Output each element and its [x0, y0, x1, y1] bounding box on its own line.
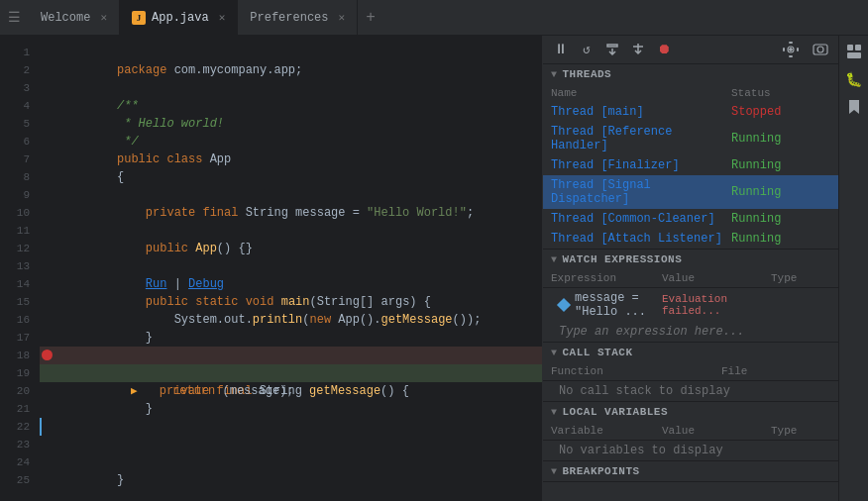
panel-layout-button[interactable]	[842, 40, 866, 63]
java-file-icon: J	[132, 11, 146, 25]
thread-row-cleaner[interactable]: Thread [Common-Cleaner] Running	[543, 209, 838, 229]
line-num-1: 1	[0, 44, 30, 61]
line-num-11: 11	[0, 222, 30, 240]
locals-col-type: Type	[771, 425, 830, 437]
line-num-10: 10	[0, 204, 30, 222]
resume-button[interactable]: ↺	[577, 40, 597, 59]
tab-preferences[interactable]: Preferences ✕	[238, 0, 358, 35]
svg-point-8	[817, 47, 823, 52]
code-line-7: {	[40, 150, 542, 168]
threads-col-name: Name	[551, 87, 731, 99]
hamburger-menu-icon[interactable]: ☰	[0, 9, 29, 26]
debug-panel-content[interactable]: ▼ THREADS Name Status Thread [main] Stop…	[543, 64, 838, 501]
new-tab-button[interactable]: +	[358, 9, 383, 27]
line-num-8: 8	[0, 168, 30, 186]
watch-col-expr: Expression	[551, 272, 662, 284]
step-over-button[interactable]	[602, 40, 622, 59]
thread-name-signal: Thread [Signal Dispatcher]	[551, 178, 731, 206]
threads-section: ▼ THREADS Name Status Thread [main] Stop…	[543, 64, 838, 250]
code-line-10	[40, 204, 542, 222]
line-num-16: 16	[0, 311, 30, 329]
svg-rect-9	[847, 45, 853, 50]
line-num-15: 15	[0, 293, 30, 311]
settings-icon[interactable]	[781, 40, 801, 59]
line-num-23: 23	[0, 436, 30, 453]
callstack-col-header: Function File	[543, 362, 838, 381]
code-view: 1 2 3 4 5 6 7 8 9 10 11 12 13 14 15 16 1…	[0, 36, 542, 501]
appjava-tab-close[interactable]: ✕	[219, 11, 226, 24]
thread-row-signal[interactable]: Thread [Signal Dispatcher] Running	[543, 175, 838, 209]
code-line-21	[40, 400, 542, 418]
thread-row-refhandler[interactable]: Thread [Reference Handler] Running	[543, 122, 838, 155]
debug-panel: ⏸ ↺ ⏺ ▼ THREADS	[543, 36, 838, 501]
line-num-12: 12	[0, 240, 30, 257]
locals-section-header[interactable]: ▼ LOCAL VARIABLES	[543, 402, 838, 422]
locals-chevron: ▼	[551, 407, 558, 418]
line-num-19: 19	[0, 364, 30, 382]
editor-area: 1 2 3 4 5 6 7 8 9 10 11 12 13 14 15 16 1…	[0, 36, 543, 501]
code-line-6: public class App	[40, 133, 542, 150]
code-line-17	[40, 329, 542, 347]
line-num-17: 17	[0, 329, 30, 347]
callstack-section-header[interactable]: ▼ CALL STACK	[543, 343, 838, 362]
main-content: 1 2 3 4 5 6 7 8 9 10 11 12 13 14 15 16 1…	[0, 36, 868, 501]
threads-chevron: ▼	[551, 69, 558, 80]
breakpoints-section-header[interactable]: ▼ BREAKPOINTS	[543, 461, 838, 481]
thread-row-main[interactable]: Thread [main] Stopped	[543, 102, 838, 122]
line-num-9: 9	[0, 186, 30, 204]
watch-row-message[interactable]: message = "Hello ... Evaluation failed..…	[543, 288, 838, 322]
code-line-5: */	[40, 115, 542, 133]
debug-sessions-button[interactable]: 🐛	[842, 67, 866, 91]
code-line-18: private final String getMessage() {	[40, 347, 542, 364]
watch-title: WATCH EXPRESSIONS	[563, 253, 683, 265]
svg-rect-10	[855, 45, 861, 50]
tabs-container: Welcome ✕ J App.java ✕ Preferences ✕ +	[29, 0, 868, 35]
line-num-2: 2	[0, 61, 30, 79]
svg-rect-11	[847, 52, 861, 58]
tab-bar: ☰ Welcome ✕ J App.java ✕ Preferences ✕ +	[0, 0, 868, 36]
line-num-13: 13	[0, 257, 30, 275]
svg-rect-4	[790, 48, 792, 51]
watch-chevron: ▼	[551, 254, 558, 265]
line-num-25: 25	[0, 471, 30, 489]
thread-status-cleaner: Running	[731, 212, 830, 226]
line-num-20: 20	[0, 382, 30, 400]
preferences-tab-close[interactable]: ✕	[339, 11, 346, 24]
debug-toolbar: ⏸ ↺ ⏺	[543, 36, 838, 64]
thread-status-attach: Running	[731, 232, 830, 246]
thread-row-attach[interactable]: Thread [Attach Listener] Running	[543, 229, 838, 249]
line-num-18: 18	[0, 347, 30, 364]
line-num-24: 24	[0, 453, 30, 471]
welcome-tab-close[interactable]: ✕	[100, 11, 107, 24]
code-line-2	[40, 61, 542, 79]
welcome-tab-label: Welcome	[41, 11, 90, 25]
line-num-21: 21	[0, 400, 30, 418]
svg-rect-0	[789, 42, 793, 44]
breakpoints-chevron: ▼	[551, 466, 558, 477]
threads-section-header[interactable]: ▼ THREADS	[543, 64, 838, 84]
line-num-5: 5	[0, 115, 30, 133]
watch-expr-message: message = "Hello ...	[559, 291, 662, 319]
locals-col-header: Variable Value Type	[543, 422, 838, 441]
code-line-1: package com.mycompany.app;	[40, 44, 542, 61]
tab-welcome[interactable]: Welcome ✕	[29, 0, 120, 35]
bookmarks-button[interactable]	[842, 95, 866, 119]
watch-diamond-icon	[557, 298, 571, 312]
line-num-6: 6	[0, 133, 30, 150]
code-line-8	[40, 168, 542, 186]
callstack-section: ▼ CALL STACK Function File No call stack…	[543, 343, 838, 402]
step-into-button[interactable]	[628, 40, 648, 59]
line-num-22: 22	[0, 418, 30, 436]
code-content[interactable]: package com.mycompany.app; /** * Hello w…	[40, 36, 542, 501]
tab-appjava[interactable]: J App.java ✕	[120, 0, 238, 35]
watch-add-expression[interactable]: Type an expression here...	[543, 322, 838, 342]
watch-section-header[interactable]: ▼ WATCH EXPRESSIONS	[543, 250, 838, 269]
code-line-11: public App() {}	[40, 222, 542, 240]
thread-row-finalizer[interactable]: Thread [Finalizer] Running	[543, 155, 838, 175]
pause-button[interactable]: ⏸	[551, 40, 571, 59]
thread-name-attach: Thread [Attach Listener]	[551, 232, 731, 246]
line-numbers: 1 2 3 4 5 6 7 8 9 10 11 12 13 14 15 16 1…	[0, 36, 40, 501]
stop-button[interactable]: ⏺	[654, 40, 674, 59]
snapshot-button[interactable]	[811, 40, 830, 59]
watch-col-value: Value	[662, 272, 771, 284]
